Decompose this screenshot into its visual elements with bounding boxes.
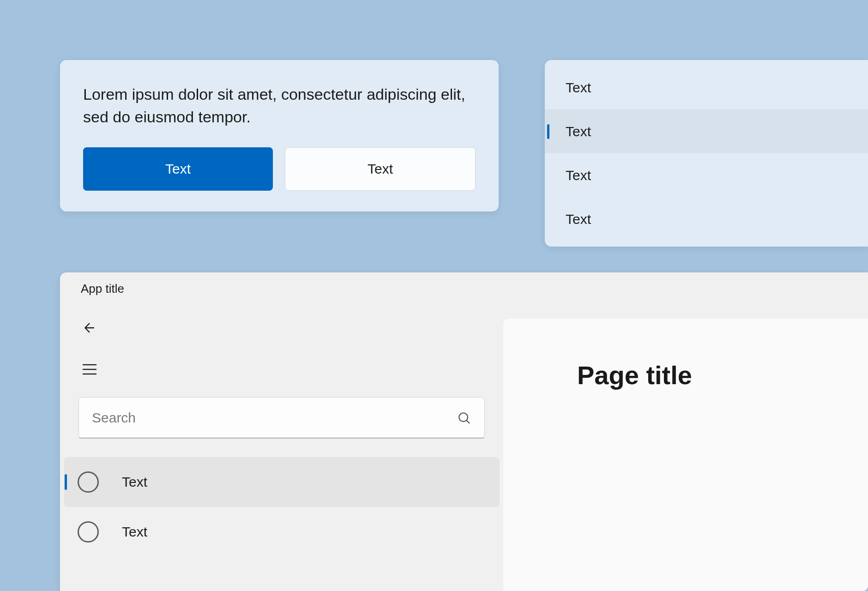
list-item-label: Text — [566, 80, 591, 96]
dialog-card: Lorem ipsum dolor sit amet, consectetur … — [60, 60, 499, 211]
sidebar: Text Text — [60, 305, 503, 591]
nav-item-label: Text — [122, 474, 147, 490]
list-item-label: Text — [566, 168, 591, 183]
hamburger-button[interactable] — [76, 356, 103, 383]
nav-item[interactable]: Text — [64, 507, 500, 557]
app-body: Text Text Page title — [60, 305, 868, 591]
app-title: App title — [81, 282, 124, 296]
list-item-label: Text — [566, 211, 591, 227]
search-input[interactable] — [92, 410, 457, 426]
primary-button[interactable]: Text — [83, 147, 273, 191]
circle-icon — [78, 471, 99, 493]
list-item[interactable]: Text — [545, 197, 868, 241]
app-title-bar: App title — [60, 272, 868, 305]
nav-item-label: Text — [122, 524, 147, 540]
list-item-label: Text — [566, 124, 591, 139]
back-arrow-icon — [82, 320, 97, 336]
nav-item[interactable]: Text — [64, 457, 500, 507]
circle-icon — [78, 521, 99, 543]
app-window: App title — [60, 272, 868, 591]
list-item[interactable]: Text — [545, 153, 868, 197]
list-item[interactable]: Text — [545, 66, 868, 109]
list-item[interactable]: Text — [545, 109, 868, 153]
dialog-text: Lorem ipsum dolor sit amet, consectetur … — [83, 83, 476, 129]
search-box[interactable] — [78, 397, 485, 439]
back-button[interactable] — [76, 314, 103, 342]
list-card: Text Text Text Text — [545, 60, 868, 247]
secondary-button[interactable]: Text — [285, 147, 476, 191]
content-area: Page title — [503, 319, 868, 591]
svg-line-4 — [466, 420, 470, 423]
nav-items: Text Text — [60, 457, 503, 557]
page-title: Page title — [577, 360, 868, 390]
search-icon — [457, 410, 471, 425]
hamburger-icon — [80, 360, 99, 379]
svg-point-3 — [459, 413, 468, 422]
dialog-buttons: Text Text — [83, 147, 476, 191]
